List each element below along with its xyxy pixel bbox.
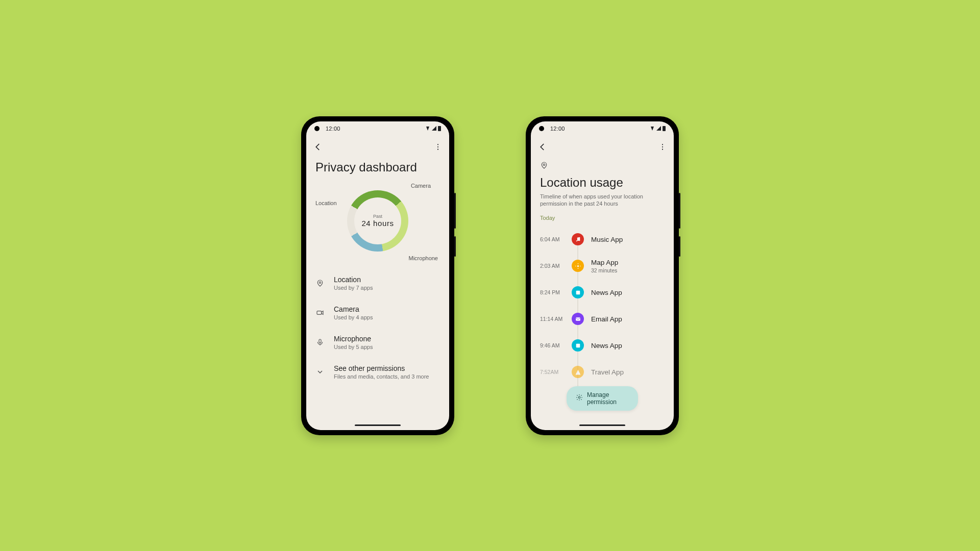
phone-location-usage: 12:00 Location usage Timeline of when ap…	[526, 116, 679, 435]
toolbar	[531, 136, 674, 158]
timeline-time: 2:03 AM	[540, 263, 565, 269]
permission-subtitle: Used by 5 apps	[334, 344, 373, 350]
front-camera-hole	[539, 126, 544, 131]
overflow-menu-button[interactable]	[434, 143, 442, 151]
svg-rect-5	[319, 339, 321, 343]
svg-point-7	[662, 146, 663, 147]
app-icon	[572, 260, 584, 272]
timeline-time: 11:14 AM	[540, 316, 565, 322]
permission-subtitle: Used by 7 apps	[334, 285, 373, 291]
chevron-down-icon	[315, 368, 325, 376]
app-icon	[572, 233, 584, 245]
permission-title: See other permissions	[334, 364, 429, 372]
svg-rect-13	[576, 290, 580, 294]
svg-point-6	[662, 144, 663, 145]
wifi-icon	[651, 127, 654, 131]
svg-point-9	[543, 164, 545, 165]
svg-point-8	[662, 148, 663, 149]
toolbar	[306, 136, 449, 158]
permission-title: Camera	[334, 305, 373, 313]
app-icon	[572, 286, 584, 298]
permission-subtitle: Used by 4 apps	[334, 314, 373, 320]
overflow-menu-button[interactable]	[658, 143, 667, 151]
manage-permission-button[interactable]: Manage permission	[567, 386, 638, 411]
svg-rect-15	[576, 343, 580, 347]
svg-point-3	[319, 282, 321, 283]
timeline-time: 8:24 PM	[540, 289, 565, 295]
permission-row-see-other[interactable]: See other permissions Files and media, c…	[315, 357, 440, 387]
location-pin-icon	[315, 279, 325, 287]
status-clock: 12:00	[326, 126, 340, 132]
gear-icon	[576, 394, 583, 403]
svg-point-16	[578, 396, 580, 398]
timeline-time: 6:04 AM	[540, 236, 565, 242]
svg-rect-4	[317, 311, 322, 314]
nav-pill[interactable]	[355, 424, 401, 426]
donut-label-camera: Camera	[411, 183, 431, 189]
section-label-today: Today	[540, 215, 665, 221]
timeline-row[interactable]: 7:52AM Travel App	[540, 359, 665, 385]
app-icon	[572, 339, 584, 352]
back-button[interactable]	[538, 142, 547, 152]
status-bar: 12:00	[306, 121, 449, 136]
timeline: 6:04 AM Music App 2:03 AM Map App 32 min…	[540, 226, 665, 385]
permission-subtitle: Files and media, contacts, and 3 more	[334, 373, 429, 380]
permission-row-microphone[interactable]: Microphone Used by 5 apps	[315, 328, 440, 357]
cell-signal-icon	[432, 126, 436, 131]
location-pin-icon	[540, 161, 665, 171]
app-icon	[572, 313, 584, 325]
timeline-app-name: Travel App	[591, 368, 624, 376]
timeline-row[interactable]: 8:24 PM News App	[540, 279, 665, 306]
power-button	[454, 236, 456, 257]
permission-row-camera[interactable]: Camera Used by 4 apps	[315, 298, 440, 328]
donut-center-small: Past	[361, 214, 394, 219]
timeline-app-name: Email App	[591, 315, 622, 323]
donut-label-microphone: Microphone	[409, 255, 438, 261]
status-bar: 12:00	[531, 121, 674, 136]
volume-rocker	[679, 193, 680, 229]
volume-rocker	[454, 193, 456, 229]
battery-icon	[663, 126, 666, 131]
timeline-app-sub: 32 minutes	[591, 267, 618, 273]
svg-point-1	[437, 146, 438, 147]
timeline-row[interactable]: 6:04 AM Music App	[540, 226, 665, 253]
screen: 12:00 Location usage Timeline of when ap…	[531, 121, 674, 430]
donut-label-location: Location	[315, 200, 337, 206]
app-icon	[572, 366, 584, 378]
timeline-row[interactable]: 2:03 AM Map App 32 minutes	[540, 253, 665, 279]
timeline-time: 9:46 AM	[540, 342, 565, 348]
status-clock: 12:00	[550, 126, 565, 132]
page-title: Location usage	[540, 176, 665, 190]
phone-privacy-dashboard: 12:00 Privacy dashboard Camera Microphon…	[301, 116, 454, 435]
svg-point-2	[437, 148, 438, 149]
permission-title: Microphone	[334, 335, 373, 343]
nav-pill[interactable]	[579, 424, 625, 426]
timeline-app-name: News App	[591, 289, 622, 296]
timeline-app-name: Music App	[591, 236, 623, 243]
microphone-icon	[315, 338, 325, 346]
donut-center-label: Past 24 hours	[361, 214, 394, 228]
screen: 12:00 Privacy dashboard Camera Microphon…	[306, 121, 449, 430]
manage-permission-label: Manage permission	[587, 391, 629, 406]
permission-title: Location	[334, 276, 373, 284]
usage-donut-chart: Camera Microphone Location Past 24 hours	[315, 178, 440, 264]
timeline-row[interactable]: 11:14 AM Email App	[540, 306, 665, 332]
power-button	[679, 236, 680, 257]
svg-point-10	[576, 240, 577, 241]
donut-ring: Past 24 hours	[347, 190, 408, 252]
timeline-time: 7:52AM	[540, 369, 565, 375]
timeline-app-name: News App	[591, 342, 622, 349]
timeline-row[interactable]: 9:46 AM News App	[540, 332, 665, 359]
timeline-app-name: Map App	[591, 259, 618, 266]
page-title: Privacy dashboard	[315, 160, 440, 174]
permission-row-location[interactable]: Location Used by 7 apps	[315, 268, 440, 298]
donut-center-big: 24 hours	[361, 219, 394, 228]
back-button[interactable]	[313, 142, 323, 152]
page-subtitle: Timeline of when apps used your location…	[540, 193, 665, 208]
camera-icon	[315, 309, 325, 317]
battery-icon	[438, 126, 441, 131]
svg-point-12	[577, 265, 578, 267]
svg-point-0	[437, 144, 438, 145]
svg-point-11	[579, 240, 580, 241]
wifi-icon	[426, 127, 429, 131]
